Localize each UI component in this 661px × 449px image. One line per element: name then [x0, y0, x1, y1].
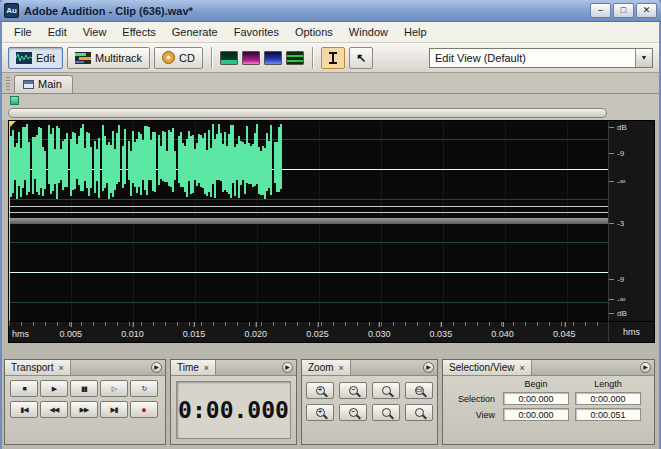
zoom-out-horizontal-button[interactable]: − [339, 382, 367, 399]
zoom-out-vertical-button[interactable]: − [339, 404, 367, 421]
selection-view-panel-header[interactable]: Selection/View × ▶ [443, 360, 654, 376]
magnifier-icon: + [316, 386, 325, 395]
menu-bar: File Edit View Effects Generate Favorite… [2, 22, 659, 43]
time-tick-label: 0.010 [121, 329, 144, 339]
menu-favorites[interactable]: Favorites [226, 23, 287, 41]
amplitude-ruler[interactable]: dB -9 -∞ -3 -9 -∞ dB [608, 121, 654, 321]
zoom-to-left-edge-button[interactable] [372, 404, 400, 421]
stop-button[interactable]: ■ [10, 380, 38, 397]
horizontal-scroll-area[interactable] [2, 107, 659, 120]
go-to-beginning-button[interactable]: ▮◀ [10, 401, 38, 418]
zoom-panel-header[interactable]: Zoom × ▶ [302, 360, 437, 376]
zoom-full-button[interactable] [372, 382, 400, 399]
zoom-to-selection-button[interactable]: ▭ [405, 382, 433, 399]
horizontal-scrollbar-thumb[interactable] [8, 108, 607, 118]
spectral-pan-view-icon[interactable] [264, 51, 282, 65]
tab-main-label: Main [38, 78, 62, 90]
menu-generate[interactable]: Generate [164, 23, 226, 41]
waveform-area: dB -9 -∞ -3 -9 -∞ dB [8, 120, 655, 322]
minimize-button[interactable]: – [590, 3, 611, 18]
menu-edit[interactable]: Edit [40, 23, 75, 41]
window-icon [23, 80, 34, 89]
rewind-button[interactable]: ◀◀ [40, 401, 68, 418]
selection-length-field[interactable]: 0:00.000 [575, 392, 641, 405]
panel-menu-button[interactable]: ▶ [423, 362, 434, 373]
time-tick-label: 0.045 [553, 329, 576, 339]
pause-button[interactable]: ▮▮ [70, 380, 98, 397]
menu-effects[interactable]: Effects [114, 23, 163, 41]
titlebar[interactable]: Au Adobe Audition - Clip (636).wav* – □ … [0, 0, 661, 22]
maximize-button[interactable]: □ [613, 3, 634, 18]
close-button[interactable]: ✕ [636, 3, 657, 18]
time-display-value: 0:00.000 [178, 397, 289, 423]
cd-view-button[interactable]: CD [154, 47, 203, 69]
view-begin-field[interactable]: 0:00.000 [503, 408, 569, 421]
menu-view[interactable]: View [75, 23, 115, 41]
play-button[interactable]: ▶ [40, 380, 68, 397]
spectral-phase-view-icon[interactable] [286, 51, 304, 65]
multitrack-label: Multitrack [95, 52, 142, 64]
zoom-in-horizontal-button[interactable]: + [306, 382, 334, 399]
zoom-in-vertical-button[interactable]: + [306, 404, 334, 421]
menu-help[interactable]: Help [396, 23, 435, 41]
zoom-to-right-edge-button[interactable] [405, 404, 433, 421]
spectral-view-icon[interactable] [242, 51, 260, 65]
time-ruler-track[interactable]: hms 0.005 0.010 0.015 0.020 0.025 0.030 … [9, 322, 608, 342]
panel-menu-button[interactable]: ▶ [151, 362, 162, 373]
close-icon[interactable]: × [519, 363, 524, 373]
time-panel: Time × ▶ 0:00.000 [170, 359, 297, 445]
record-button[interactable]: ● [130, 401, 158, 418]
menu-window[interactable]: Window [341, 23, 396, 41]
time-panel-tab[interactable]: Time × [171, 360, 216, 375]
time-panel-header[interactable]: Time × ▶ [171, 360, 296, 376]
multitrack-view-button[interactable]: Multitrack [67, 47, 150, 69]
play-from-cursor-button[interactable]: ▷ [100, 380, 128, 397]
transport-panel-header[interactable]: Transport × ▶ [5, 360, 165, 376]
db-label: -9 [617, 149, 624, 158]
selection-view-title: Selection/View [449, 362, 514, 373]
playhead-cursor[interactable] [9, 121, 10, 321]
fast-forward-button[interactable]: ▶▶ [70, 401, 98, 418]
toolbar-separator [312, 47, 313, 69]
waveform-display[interactable] [9, 121, 608, 321]
cursor-arrow-icon: ↖ [356, 51, 366, 65]
workspace-selector[interactable]: Edit View (Default) ▼ [429, 48, 653, 68]
zoom-panel-tab[interactable]: Zoom × [302, 360, 351, 375]
time-display[interactable]: 0:00.000 [176, 381, 291, 439]
time-ruler[interactable]: hms 0.005 0.010 0.015 0.020 0.025 0.030 … [8, 322, 655, 343]
db-label: -9 [617, 275, 624, 284]
play-looped-button[interactable]: ↻ [130, 380, 158, 397]
drag-grip[interactable] [6, 77, 10, 91]
selection-view-panel-tab[interactable]: Selection/View × [443, 360, 532, 375]
close-icon[interactable]: × [204, 363, 209, 373]
window-title: Adobe Audition - Clip (636).wav* [24, 5, 590, 17]
left-channel[interactable] [9, 121, 608, 218]
go-to-end-button[interactable]: ▶▮ [100, 401, 128, 418]
tab-main[interactable]: Main [14, 75, 73, 93]
navigator-handle[interactable] [10, 96, 19, 105]
marquee-selection-tool-button[interactable]: ↖ [349, 47, 373, 69]
edit-view-button[interactable]: Edit [8, 47, 63, 69]
chevron-down-icon[interactable]: ▼ [635, 49, 652, 67]
db-label: -∞ [617, 177, 625, 186]
selection-start-marker[interactable] [9, 121, 16, 128]
close-icon[interactable]: × [339, 363, 344, 373]
transport-title: Transport [11, 362, 53, 373]
panel-menu-button[interactable]: ▶ [640, 362, 651, 373]
close-icon[interactable]: × [58, 363, 63, 373]
time-selection-tool-button[interactable] [321, 47, 345, 69]
right-channel[interactable] [9, 224, 608, 321]
zoom-navigator[interactable] [2, 94, 659, 107]
menu-options[interactable]: Options [287, 23, 341, 41]
waveform-display-icon[interactable] [220, 51, 238, 65]
selection-begin-field[interactable]: 0:00.000 [503, 392, 569, 405]
panel-menu-button[interactable]: ▶ [282, 362, 293, 373]
transport-panel-tab[interactable]: Transport × [5, 360, 71, 375]
menu-file[interactable]: File [6, 23, 40, 41]
view-length-field[interactable]: 0:00.051 [575, 408, 641, 421]
ibeam-icon [329, 52, 337, 64]
transport-panel: Transport × ▶ ■ ▶ ▮▮ ▷ ↻ ▮◀ ◀◀ ▶▶ ▶▮ [4, 359, 166, 445]
selection-row-label: Selection [445, 394, 497, 404]
time-tick-label: 0.030 [368, 329, 391, 339]
time-tick-label: 0.005 [59, 329, 82, 339]
